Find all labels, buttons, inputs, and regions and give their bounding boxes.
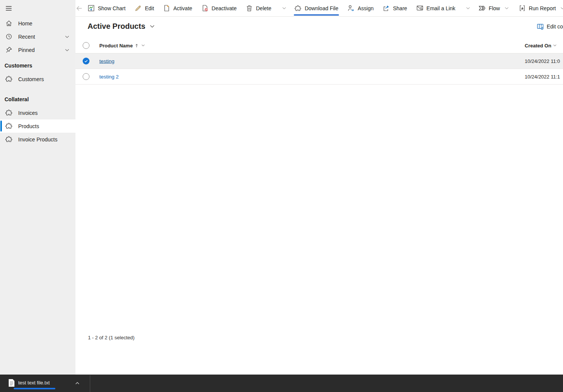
button-label: Show Chart bbox=[98, 5, 125, 11]
chevron-down-icon[interactable] bbox=[64, 47, 70, 53]
back-arrow-icon bbox=[75, 5, 83, 12]
sidebar-item-label: Recent bbox=[18, 34, 35, 40]
command-bar: Show Chart Edit Activate Deactivate bbox=[75, 0, 563, 17]
sidebar-item-label: Products bbox=[18, 123, 39, 129]
sidebar-item-recent[interactable]: Recent bbox=[0, 30, 75, 43]
button-label: Flow bbox=[489, 5, 500, 11]
button-label: Email a Link bbox=[427, 5, 455, 11]
envelope-icon bbox=[416, 5, 423, 12]
assign-button[interactable]: Assign bbox=[343, 0, 378, 17]
chevron-down-icon bbox=[504, 5, 510, 11]
sidebar: Home Recent Pinned Custo bbox=[0, 0, 75, 392]
button-label: Deactivate bbox=[212, 5, 237, 11]
button-label: Edit columns bbox=[547, 24, 563, 30]
sidebar-item-invoice-products[interactable]: Invoice Products bbox=[0, 133, 75, 146]
view-selector[interactable]: Active Products bbox=[88, 22, 155, 31]
products-grid: Product Name Created On bbox=[75, 38, 563, 85]
select-all-checkbox[interactable] bbox=[83, 42, 89, 49]
puzzle-icon bbox=[5, 122, 13, 130]
view-header: Active Products Edit columns bbox=[75, 17, 563, 38]
product-link[interactable]: testing 2 bbox=[99, 74, 119, 80]
chevron-down-icon bbox=[552, 43, 558, 48]
chevron-down-icon bbox=[141, 43, 146, 48]
page-icon bbox=[163, 5, 170, 12]
pin-icon bbox=[5, 46, 13, 53]
main-content: Show Chart Edit Activate Deactivate bbox=[75, 0, 563, 392]
edit-columns-button[interactable]: Edit columns bbox=[536, 23, 563, 30]
table-row[interactable]: testing 2 10/24/2022 11:1 bbox=[75, 69, 563, 85]
share-button[interactable]: Share bbox=[378, 0, 411, 17]
sidebar-item-label: Invoices bbox=[18, 110, 38, 116]
chevron-up-icon bbox=[74, 380, 86, 386]
trash-icon bbox=[246, 5, 253, 12]
button-label: Delete bbox=[256, 5, 271, 11]
sidebar-item-pinned[interactable]: Pinned bbox=[0, 43, 75, 56]
chevron-down-icon[interactable] bbox=[64, 34, 70, 40]
edit-button[interactable]: Edit bbox=[130, 0, 158, 17]
puzzle-icon bbox=[295, 5, 302, 12]
puzzle-icon bbox=[5, 109, 13, 116]
table-row[interactable]: testing 10/24/2022 11:0 bbox=[75, 53, 563, 69]
check-icon bbox=[84, 59, 88, 63]
created-on-cell: 10/24/2022 11:1 bbox=[525, 74, 560, 80]
sidebar-item-label: Customers bbox=[18, 76, 44, 82]
show-chart-button[interactable]: Show Chart bbox=[83, 0, 130, 17]
sidebar-nav: Home Recent Pinned Custo bbox=[0, 17, 75, 146]
pencil-icon bbox=[135, 5, 142, 12]
download-file-button[interactable]: Download File bbox=[290, 0, 343, 17]
sidebar-item-customers[interactable]: Customers bbox=[0, 72, 75, 86]
sidebar-item-products[interactable]: Products bbox=[0, 119, 75, 133]
download-expand-button[interactable] bbox=[74, 378, 86, 389]
button-label: Activate bbox=[173, 5, 192, 11]
flow-button[interactable]: Flow bbox=[474, 0, 514, 17]
sidebar-item-label: Invoice Products bbox=[18, 136, 58, 143]
column-label: Product Name bbox=[99, 43, 133, 49]
sidebar-item-home[interactable]: Home bbox=[0, 17, 75, 30]
back-button[interactable] bbox=[75, 0, 83, 17]
download-progress-bar bbox=[14, 388, 55, 389]
sort-ascending-icon bbox=[134, 43, 139, 48]
button-label: Edit bbox=[145, 5, 154, 11]
grid-header-row: Product Name Created On bbox=[75, 38, 563, 53]
row-checkbox-checked[interactable] bbox=[83, 58, 89, 64]
overflow-commands-button[interactable] bbox=[278, 0, 290, 17]
download-item[interactable]: test text file.txt bbox=[0, 375, 90, 392]
puzzle-icon bbox=[5, 75, 13, 83]
sidebar-section-collateral: Collateral bbox=[0, 95, 75, 104]
run-report-button[interactable]: Run Report bbox=[514, 0, 563, 17]
deactivate-button[interactable]: Deactivate bbox=[197, 0, 241, 17]
sidebar-item-label: Home bbox=[18, 20, 32, 27]
divider bbox=[90, 375, 90, 392]
sidebar-item-invoices[interactable]: Invoices bbox=[0, 106, 75, 119]
row-checkbox[interactable] bbox=[83, 73, 89, 80]
column-header-created-on[interactable]: Created On bbox=[525, 38, 558, 53]
chevron-down-icon bbox=[149, 23, 155, 30]
sidebar-section-customers: Customers bbox=[0, 61, 75, 70]
activate-button[interactable]: Activate bbox=[158, 0, 197, 17]
created-on-cell: 10/24/2022 11:0 bbox=[525, 58, 560, 64]
delete-button[interactable]: Delete bbox=[241, 0, 276, 17]
selected-indicator bbox=[0, 121, 2, 132]
email-link-button[interactable]: Email a Link bbox=[412, 0, 460, 17]
person-arrow-icon bbox=[347, 5, 354, 12]
clock-icon bbox=[5, 33, 13, 40]
chart-icon bbox=[88, 5, 95, 12]
column-header-product-name[interactable]: Product Name bbox=[99, 38, 146, 53]
hamburger-icon bbox=[5, 5, 13, 12]
overflow-commands-button[interactable] bbox=[461, 0, 474, 17]
home-icon bbox=[5, 20, 13, 27]
chevron-down-icon bbox=[560, 5, 563, 11]
chevron-down-icon bbox=[465, 5, 471, 11]
puzzle-icon bbox=[5, 136, 13, 143]
product-link[interactable]: testing bbox=[99, 58, 114, 64]
share-icon bbox=[383, 5, 390, 12]
menu-toggle-button[interactable] bbox=[0, 0, 13, 17]
chevron-down-icon bbox=[281, 5, 287, 11]
button-label: Run Report bbox=[529, 5, 556, 11]
download-bar: test text file.txt bbox=[0, 375, 563, 392]
page-blocked-icon bbox=[201, 5, 209, 12]
button-label: Share bbox=[393, 5, 407, 11]
button-label: Download File bbox=[305, 5, 339, 11]
file-icon bbox=[8, 379, 15, 387]
button-label: Assign bbox=[358, 5, 373, 11]
